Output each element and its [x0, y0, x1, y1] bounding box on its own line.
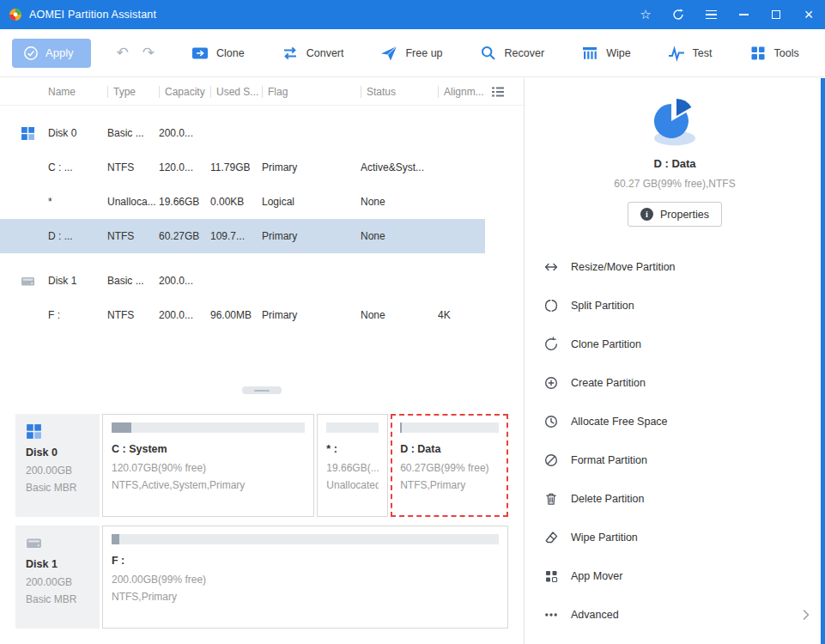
column-capacity: Capacity: [159, 78, 210, 105]
cell-name: D : ...: [48, 230, 107, 242]
delete-partition-icon: [543, 491, 559, 507]
apply-label: Apply: [45, 46, 74, 59]
app-logo-icon: [9, 8, 22, 21]
cell-capacity: 19.66GB: [159, 196, 210, 208]
usage-bar: [400, 422, 499, 433]
usage-bar: [112, 534, 499, 544]
partition-d-selected[interactable]: D : Data 60.27GB(99% free) NTFS,Primary: [391, 414, 508, 517]
column-type: Type: [107, 78, 159, 105]
table-row-c[interactable]: C : ... NTFS 120.0... 11.79GB Primary Ac…: [0, 150, 485, 185]
toolbar-convert-label: Convert: [306, 47, 344, 59]
cell-capacity: 200.0...: [159, 127, 210, 139]
usage-bar: [326, 422, 379, 433]
partition-unallocated[interactable]: * : 19.66GB(... Unallocated: [317, 414, 388, 517]
list-view-icon[interactable]: [491, 85, 505, 99]
cell-used: 0.00KB: [210, 196, 262, 208]
window-title: AOMEI Partition Assistant: [29, 9, 156, 21]
disk-list-panel: Name Type Capacity Used S... Flag Status…: [0, 78, 524, 644]
action-split-partition[interactable]: Split Partition: [525, 286, 825, 325]
properties-button[interactable]: i Properties: [628, 202, 722, 227]
table-row-d-selected[interactable]: D : ... NTFS 60.27GB 109.7... Primary No…: [0, 219, 485, 253]
table-row-f[interactable]: F : NTFS 200.0... 96.00MB Primary None 4…: [0, 298, 485, 332]
toolbar-tools-label: Tools: [774, 47, 799, 59]
toolbar-clone-label: Clone: [216, 47, 245, 59]
toolbar-wipe[interactable]: Wipe: [581, 45, 630, 62]
maximize-icon[interactable]: [760, 0, 792, 29]
action-advanced[interactable]: Advanced: [525, 595, 825, 634]
apply-button[interactable]: Apply: [12, 39, 91, 68]
partition-label: * :: [326, 443, 379, 455]
cell-type: NTFS: [107, 309, 159, 321]
clone-icon: [191, 45, 209, 62]
cell-flag: Logical: [262, 196, 361, 208]
info-icon: i: [640, 208, 653, 221]
partition-fs: NTFS,Primary: [400, 479, 499, 491]
disk0-info[interactable]: Disk 0 200.00GB Basic MBR: [15, 414, 100, 517]
disk-partitioned-icon: [21, 126, 48, 141]
cell-name: F :: [48, 309, 107, 321]
splitter-handle[interactable]: [242, 386, 282, 394]
partition-c[interactable]: C : System 120.07GB(90% free) NTFS,Activ…: [102, 414, 314, 517]
toolbar-clone[interactable]: Clone: [191, 45, 245, 62]
recover-icon: [480, 45, 497, 62]
partition-label: D : Data: [400, 443, 499, 455]
toolbar-tools[interactable]: Tools: [749, 45, 799, 62]
disk-size: 200.00GB: [26, 576, 91, 588]
toolbar-recover[interactable]: Recover: [480, 45, 545, 62]
minimize-icon[interactable]: [727, 0, 760, 29]
disk0-panel: Disk 0 200.00GB Basic MBR C : System 120…: [15, 414, 508, 517]
table-row-disk1[interactable]: Disk 1 Basic ... 200.0...: [0, 264, 485, 298]
cell-alignment: 4K: [438, 309, 485, 321]
disk-drive-icon: [26, 535, 91, 551]
action-wipe-partition[interactable]: Wipe Partition: [525, 518, 825, 556]
selected-partition-info: 60.27 GB(99% free),NTFS: [525, 178, 825, 190]
action-app-mover[interactable]: App Mover: [525, 556, 825, 595]
column-name: Name: [21, 78, 107, 105]
disk1-panel: Disk 1 200.00GB Basic MBR F : 200.00GB(9…: [15, 526, 508, 629]
partition-label: C : System: [112, 443, 305, 455]
redo-arrow-icon[interactable]: ↷: [143, 46, 155, 60]
action-create-partition[interactable]: Create Partition: [525, 363, 825, 402]
partition-fs: NTFS,Primary: [112, 591, 499, 603]
cell-name: Disk 1: [48, 275, 107, 287]
table-row-unallocated[interactable]: * Unalloca... 19.66GB 0.00KB Logical Non…: [0, 185, 485, 219]
wipe-partition-icon: [543, 530, 559, 545]
resize-move-icon: [543, 259, 559, 275]
selected-partition-title: D : Data: [525, 157, 825, 170]
scrollbar[interactable]: [821, 78, 825, 644]
star-icon[interactable]: ☆: [629, 0, 662, 29]
undo-arrow-icon[interactable]: ↶: [117, 46, 129, 60]
partition-size: 120.07GB(90% free): [112, 462, 305, 474]
column-status: Status: [361, 78, 438, 105]
disk-drive-icon: [21, 274, 48, 289]
cell-capacity: 120.0...: [159, 161, 210, 173]
advanced-dots-icon: [543, 607, 559, 623]
action-delete-partition[interactable]: Delete Partition: [525, 479, 825, 518]
toolbar-free-up[interactable]: Free up: [380, 45, 442, 62]
cell-type: Unalloca...: [107, 196, 159, 208]
column-used-space: Used S...: [210, 78, 262, 105]
partition-fs: Unallocated: [326, 479, 379, 491]
cell-type: NTFS: [107, 230, 159, 242]
toolbar-convert[interactable]: Convert: [282, 45, 344, 62]
window-controls: ☆ ×: [629, 0, 825, 29]
partition-f[interactable]: F : 200.00GB(99% free) NTFS,Primary: [102, 526, 508, 629]
action-allocate-free-space[interactable]: Allocate Free Space: [525, 402, 825, 440]
table-row-disk0[interactable]: Disk 0 Basic ... 200.0...: [0, 116, 485, 150]
action-clone-partition[interactable]: Clone Partition: [525, 325, 825, 363]
test-icon: [668, 45, 685, 62]
refresh-icon[interactable]: [662, 0, 695, 29]
cell-status: None: [361, 309, 438, 321]
cell-name: *: [48, 196, 107, 208]
allocate-free-space-icon: [543, 414, 559, 429]
format-partition-icon: [543, 453, 559, 468]
menu-icon[interactable]: [695, 0, 727, 29]
partition-label: F :: [112, 555, 499, 567]
disk1-info[interactable]: Disk 1 200.00GB Basic MBR: [15, 526, 100, 629]
close-icon[interactable]: ×: [792, 0, 825, 29]
toolbar-test[interactable]: Test: [668, 45, 713, 62]
action-resize-move-partition[interactable]: Resize/Move Partition: [525, 247, 825, 286]
action-format-partition[interactable]: Format Partition: [525, 440, 825, 479]
toolbar-wipe-label: Wipe: [606, 47, 630, 59]
partition-size: 60.27GB(99% free): [400, 462, 499, 474]
